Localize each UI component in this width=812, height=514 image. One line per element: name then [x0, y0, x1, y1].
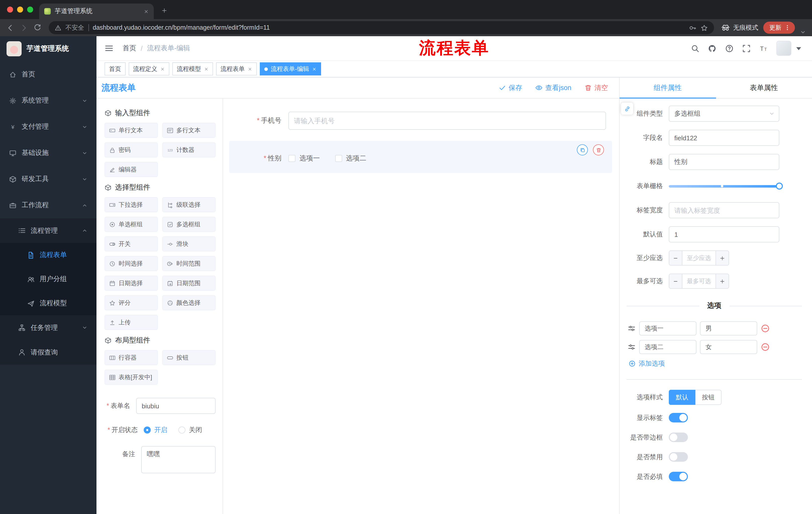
form-name-input[interactable]	[136, 398, 215, 414]
palette-item[interactable]: 下拉选择	[105, 197, 158, 212]
user-menu[interactable]	[776, 41, 803, 56]
app-logo[interactable]: 芋道管理系统	[0, 36, 96, 61]
option-label-input[interactable]	[639, 321, 696, 335]
palette-item[interactable]: 时间选择	[105, 256, 158, 271]
reload-button[interactable]	[33, 23, 42, 32]
option-value-input[interactable]	[700, 340, 757, 354]
close-window-button[interactable]	[7, 6, 13, 12]
palette-item[interactable]: 颜色选择	[162, 295, 215, 310]
remove-option-icon[interactable]	[761, 343, 770, 352]
sidebar-item-task-management[interactable]: 任务管理	[0, 315, 96, 340]
sidebar-item-process-form[interactable]: 流程表单	[0, 243, 96, 267]
link-toggle-button[interactable]	[621, 103, 633, 115]
palette-item[interactable]: 行容器	[105, 350, 158, 365]
option-label-input[interactable]	[639, 340, 696, 354]
tag-close-icon[interactable]	[160, 66, 165, 71]
decrease-button[interactable]	[669, 274, 683, 288]
browser-tab[interactable]: 芋道管理系统	[39, 3, 154, 19]
palette-item[interactable]: 多行文本	[162, 123, 215, 138]
remove-option-icon[interactable]	[761, 324, 770, 333]
palette-item[interactable]: 上传	[105, 315, 158, 330]
border-switch[interactable]	[669, 433, 688, 442]
sidebar-item-user-group[interactable]: 用户分组	[0, 267, 96, 291]
search-icon[interactable]	[691, 44, 699, 53]
hamburger-menu-icon[interactable]	[105, 44, 114, 53]
sidebar-item-workflow[interactable]: 工作流程	[0, 192, 96, 218]
sidebar-item-payment-management[interactable]: 支付管理	[0, 114, 96, 140]
address-bar[interactable]: 不安全 dashboard.yudao.iocoder.cn/bpm/manag…	[49, 21, 714, 34]
default-value-input[interactable]	[669, 226, 779, 242]
palette-item[interactable]: 多选框组	[162, 217, 215, 232]
tag-process-form-edit[interactable]: 流程表单-编辑	[260, 62, 321, 76]
show-label-switch[interactable]	[669, 413, 688, 423]
component-type-select[interactable]	[669, 106, 779, 122]
status-off-radio[interactable]: 关闭	[178, 426, 202, 435]
password-key-icon[interactable]	[689, 24, 696, 31]
status-on-radio[interactable]: 开启	[144, 426, 167, 435]
sidebar-item-process-model[interactable]: 流程模型	[0, 291, 96, 315]
slider-handle[interactable]	[776, 183, 783, 190]
palette-item[interactable]: 日期选择	[105, 276, 158, 291]
bookmark-star-icon[interactable]	[700, 24, 708, 31]
palette-item[interactable]: 开关	[105, 236, 158, 251]
palette-item[interactable]: 级联选择	[162, 197, 215, 212]
back-button[interactable]	[6, 23, 14, 32]
gender-checkbox-option2[interactable]: 选项二	[335, 154, 366, 163]
fullscreen-icon[interactable]	[742, 44, 751, 53]
github-icon[interactable]	[708, 44, 717, 53]
tag-process-form[interactable]: 流程表单	[216, 62, 257, 76]
min-select-value[interactable]: 至少应选	[683, 251, 716, 265]
title-input[interactable]	[669, 154, 779, 170]
font-size-icon[interactable]	[759, 44, 768, 53]
drag-handle-icon[interactable]	[628, 343, 636, 351]
palette-item[interactable]: 按钮	[162, 350, 215, 365]
sidebar-item-leave-query[interactable]: 请假查询	[0, 340, 96, 364]
form-remark-textarea[interactable]: 嘿嘿	[141, 446, 215, 473]
palette-item[interactable]: 编辑器	[105, 162, 158, 177]
canvas-item-phone[interactable]: 手机号	[229, 109, 612, 133]
delete-item-button[interactable]	[593, 144, 604, 155]
canvas-item-gender-selected[interactable]: 性别 选项一 选项二	[229, 141, 612, 173]
tab-component-props[interactable]: 组件属性	[619, 77, 716, 98]
increase-button[interactable]	[716, 274, 729, 288]
form-canvas[interactable]: 手机号	[223, 99, 619, 514]
kebab-menu-icon[interactable]	[784, 25, 790, 31]
add-option-button[interactable]: 添加选项	[629, 359, 802, 368]
decrease-button[interactable]	[669, 251, 683, 265]
drag-handle-icon[interactable]	[628, 324, 636, 332]
increase-button[interactable]	[716, 251, 729, 265]
palette-item[interactable]: 时间范围	[162, 256, 215, 271]
sidebar-item-home[interactable]: 首页	[0, 61, 96, 87]
tag-close-icon[interactable]	[248, 66, 252, 71]
style-default-button[interactable]: 默认	[669, 390, 695, 405]
copy-item-button[interactable]	[577, 144, 588, 155]
browser-update-button[interactable]: 更新	[763, 22, 795, 34]
option-value-input[interactable]	[700, 321, 757, 335]
tag-home[interactable]: 首页	[105, 62, 126, 76]
sidebar-item-dev-tools[interactable]: 研发工具	[0, 166, 96, 192]
phone-input[interactable]	[288, 112, 606, 130]
breadcrumb-home[interactable]: 首页	[123, 44, 136, 53]
tag-process-model[interactable]: 流程模型	[172, 62, 213, 76]
palette-item[interactable]: 单选框组	[105, 217, 158, 232]
tag-close-icon[interactable]	[204, 66, 208, 71]
gender-checkbox-option1[interactable]: 选项一	[288, 154, 320, 163]
view-json-button[interactable]: 查看json	[535, 83, 571, 92]
minimize-window-button[interactable]	[17, 6, 23, 12]
disabled-switch[interactable]	[669, 452, 688, 462]
palette-item[interactable]: 密码	[105, 142, 158, 157]
required-switch[interactable]	[669, 472, 688, 481]
zoom-window-button[interactable]	[27, 6, 33, 12]
tag-close-icon[interactable]	[312, 66, 317, 71]
palette-item[interactable]: 日期范围	[162, 276, 215, 291]
style-button-button[interactable]: 按钮	[695, 390, 722, 405]
palette-item[interactable]: 单行文本	[105, 123, 158, 138]
sidebar-item-process-management[interactable]: 流程管理	[0, 218, 96, 243]
label-width-input[interactable]	[669, 202, 779, 218]
sidebar-item-system-management[interactable]: 系统管理	[0, 87, 96, 114]
palette-item[interactable]: 表格[开发中]	[105, 370, 158, 385]
sidebar-item-infrastructure[interactable]: 基础设施	[0, 140, 96, 166]
tag-process-definition[interactable]: 流程定义	[128, 62, 169, 76]
help-icon[interactable]	[725, 44, 734, 53]
save-button[interactable]: 保存	[498, 83, 522, 92]
